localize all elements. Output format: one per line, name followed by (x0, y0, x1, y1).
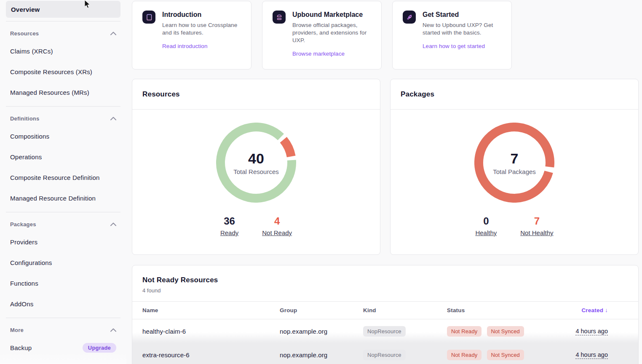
sidebar-item-composite-resources-xrs[interactable]: Composite Resources (XRs) (6, 62, 120, 82)
sidebar-section-header-packages[interactable]: Packages (6, 217, 120, 232)
column-header-created[interactable]: Created ↓ (568, 307, 628, 313)
sidebar-section-more: More Backup Upgrade (6, 318, 120, 358)
cell-created: 4 hours ago (568, 351, 628, 358)
section-label: More (10, 327, 24, 333)
not-ready-link[interactable]: Not Ready (262, 229, 292, 236)
not-ready-badge: Not Ready (447, 350, 481, 360)
card-title: Resources (142, 90, 180, 99)
sidebar-item-label: Claims (XRCs) (10, 48, 53, 55)
sidebar-item-managed-resources-mrs[interactable]: Managed Resources (MRs) (6, 82, 120, 103)
marketplace-card: Upbound Marketplace Browse official pack… (262, 1, 382, 70)
sidebar-item-claims-xrcs[interactable]: Claims (XRCs) (6, 41, 120, 62)
column-header-name[interactable]: Name (142, 307, 280, 313)
sidebar-item-compositions[interactable]: Compositions (6, 126, 120, 147)
not-healthy-stat: 7 Not Healthy (520, 215, 553, 236)
sidebar-item-label: Providers (10, 238, 37, 246)
chart-row: Resources 40 Total Resources 36 Ready (132, 79, 639, 255)
table-title-block: Not Ready Resources 4 found (132, 265, 638, 301)
card-title: Introduction (162, 11, 241, 19)
card-title: Packages (401, 90, 434, 99)
cell-kind: NopResource (363, 350, 447, 360)
ready-link[interactable]: Ready (220, 229, 238, 236)
cell-group: nop.example.org (280, 328, 363, 335)
cell-status: Not Ready Not Synced (447, 326, 568, 337)
sidebar-item-overview[interactable]: Overview (6, 1, 120, 18)
cell-kind: NopResource (363, 326, 447, 337)
card-header: Packages (391, 79, 638, 110)
cell-group: nop.example.org (280, 351, 363, 359)
sidebar-item-functions[interactable]: Functions (6, 273, 120, 294)
table-row[interactable]: healthy-claim-6 nop.example.org NopResou… (132, 319, 638, 343)
card-description: Browse official packages, providers, and… (292, 21, 371, 44)
donut-center: 40 Total Resources (216, 123, 296, 203)
healthy-link[interactable]: Healthy (475, 229, 497, 236)
sidebar-section-resources: Resources Claims (XRCs) Composite Resour… (6, 21, 120, 103)
relative-time[interactable]: 4 hours ago (575, 328, 608, 335)
sidebar-section-header-resources[interactable]: Resources (6, 26, 120, 41)
total-label: Total Resources (233, 168, 279, 175)
chevron-up-icon (110, 117, 116, 120)
resources-donut-chart: 40 Total Resources (216, 123, 296, 203)
sidebar-item-addons[interactable]: AddOns (6, 294, 120, 314)
info-card-row: Introduction Learn how to use Crossplane… (132, 1, 639, 70)
introduction-card: Introduction Learn how to use Crossplane… (132, 1, 251, 70)
table-row[interactable]: extra-resource-6 nop.example.org NopReso… (132, 343, 638, 364)
get-started-card: Get Started New to Upbound UXP? Get star… (392, 1, 512, 70)
sidebar-item-managed-resource-definition[interactable]: Managed Resource Definition (6, 188, 120, 209)
not-synced-badge: Not Synced (487, 326, 524, 337)
sidebar-item-label: Overview (11, 6, 40, 13)
not-ready-stat: 4 Not Ready (262, 215, 292, 236)
column-header-kind[interactable]: Kind (363, 307, 447, 313)
upgrade-badge[interactable]: Upgrade (83, 343, 116, 353)
total-value: 7 (511, 150, 519, 167)
overview-page: Overview Resources Claims (XRCs) Composi… (0, 0, 642, 364)
relative-time[interactable]: 4 hours ago (575, 351, 608, 359)
not-ready-resources-card: Not Ready Resources 4 found Name Group K… (132, 265, 639, 364)
sidebar-item-configurations[interactable]: Configurations (6, 252, 120, 273)
column-header-status[interactable]: Status (447, 307, 568, 313)
cell-status: Not Ready Not Synced (447, 350, 568, 360)
sort-descending-icon: ↓ (605, 307, 608, 313)
donut-center: 7 Total Packages (474, 123, 554, 203)
table-title: Not Ready Resources (142, 276, 628, 284)
browse-marketplace-link[interactable]: Browse marketplace (292, 51, 371, 57)
stat-value: 36 (224, 215, 235, 227)
total-value: 40 (248, 150, 264, 167)
column-label: Created (581, 307, 603, 313)
kind-badge: NopResource (363, 350, 406, 360)
get-started-link[interactable]: Learn how to get started (423, 43, 501, 49)
resources-chart-card: Resources 40 Total Resources 36 Ready (132, 79, 380, 255)
stat-value: 7 (534, 215, 540, 227)
column-header-group[interactable]: Group (280, 307, 363, 313)
sidebar-item-label: Backup (10, 344, 32, 351)
sidebar-item-providers[interactable]: Providers (6, 232, 120, 252)
sidebar-section-definitions: Definitions Compositions Operations Comp… (6, 107, 120, 209)
chevron-up-icon (110, 222, 116, 226)
sidebar-item-label: Operations (10, 153, 42, 161)
cell-name: extra-resource-6 (142, 351, 280, 359)
storefront-icon (273, 11, 286, 24)
kind-badge: NopResource (363, 326, 406, 337)
ready-stat: 36 Ready (220, 215, 238, 236)
section-label: Packages (10, 221, 36, 228)
sidebar-item-composite-resource-definition[interactable]: Composite Resource Definition (6, 167, 120, 188)
stat-value: 0 (483, 215, 489, 227)
card-description: New to Upbound UXP? Get started with the… (423, 21, 501, 37)
stats-row: 36 Ready 4 Not Ready (220, 215, 292, 236)
sidebar-section-header-more[interactable]: More (6, 322, 120, 337)
read-introduction-link[interactable]: Read introduction (162, 43, 241, 49)
sidebar-section-header-definitions[interactable]: Definitions (6, 111, 120, 126)
healthy-stat: 0 Healthy (475, 215, 497, 236)
chevron-up-icon (110, 32, 116, 35)
cell-created: 4 hours ago (568, 328, 628, 335)
not-healthy-link[interactable]: Not Healthy (520, 229, 553, 236)
sidebar-item-backup[interactable]: Backup Upgrade (6, 337, 120, 358)
chevron-up-icon (110, 328, 116, 332)
sidebar-item-operations[interactable]: Operations (6, 147, 120, 167)
total-label: Total Packages (493, 168, 536, 175)
chart-body: 7 Total Packages 0 Healthy 7 Not Healthy (391, 110, 638, 236)
sidebar-item-label: Composite Resources (XRs) (10, 68, 92, 75)
card-header: Resources (132, 79, 380, 110)
card-description: Learn how to use Crossplane and its feat… (162, 21, 241, 37)
sidebar-item-label: Managed Resource Definition (10, 195, 96, 202)
